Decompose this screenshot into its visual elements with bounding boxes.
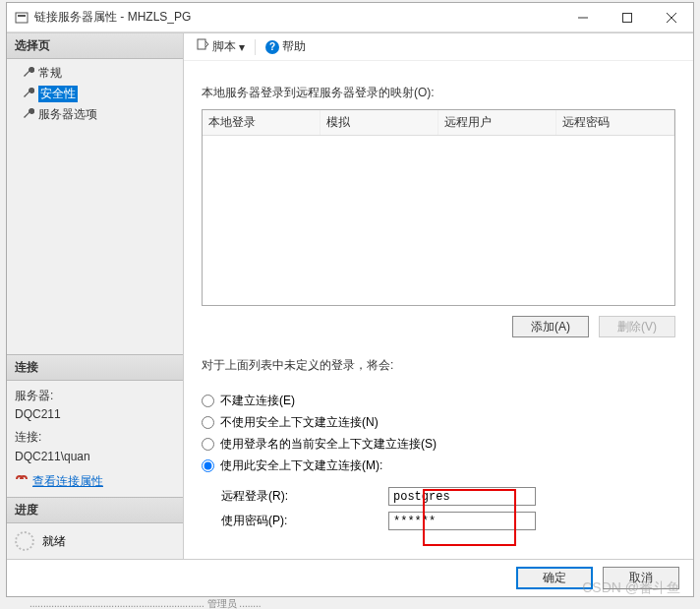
undefined-login-label: 对于上面列表中未定义的登录，将会: xyxy=(202,357,675,374)
toolbar: 脚本 ▾ ? 帮助 xyxy=(184,33,693,61)
view-connection-link[interactable]: 查看连接属性 xyxy=(32,472,103,491)
script-dropdown[interactable]: 脚本 ▾ xyxy=(192,36,249,57)
maximize-button[interactable] xyxy=(605,3,649,31)
connection-icon xyxy=(15,472,29,491)
connection-header: 连接 xyxy=(7,355,183,381)
radio-label: 使用登录名的当前安全上下文建立连接(S) xyxy=(220,436,437,453)
password-input[interactable] xyxy=(388,512,536,530)
view-connection-row: 查看连接属性 xyxy=(15,472,175,491)
dialog-footer: 确定 取消 xyxy=(7,559,693,596)
dialog-body: 选择页 常规 安全性 服务器选项 连接 服务器: xyxy=(7,32,693,559)
nav-item-server-options[interactable]: 服务器选项 xyxy=(7,104,183,125)
svg-rect-0 xyxy=(16,13,28,23)
help-button[interactable]: ? 帮助 xyxy=(262,36,310,57)
minimize-button[interactable] xyxy=(560,3,605,31)
titlebar: 链接服务器属性 - MHZLS_PG xyxy=(7,3,693,32)
chevron-down-icon: ▾ xyxy=(239,40,245,54)
nav-label: 常规 xyxy=(38,65,62,82)
svg-rect-6 xyxy=(198,39,205,49)
radio-input[interactable] xyxy=(202,416,214,429)
svg-rect-3 xyxy=(622,13,631,22)
login-mode-radios: 不建立连接(E) 不使用安全上下文建立连接(N) 使用登录名的当前安全上下文建立… xyxy=(202,388,675,479)
nav-list: 常规 安全性 服务器选项 xyxy=(7,59,183,129)
radio-input[interactable] xyxy=(202,395,214,407)
ok-button[interactable]: 确定 xyxy=(516,567,593,589)
col-local-login: 本地登录 xyxy=(203,110,321,135)
main-panel: 脚本 ▾ ? 帮助 本地服务器登录到远程服务器登录的映射(O): 本地登录 模拟… xyxy=(184,33,693,559)
password-label: 使用密码(P): xyxy=(221,513,388,529)
remote-login-input[interactable] xyxy=(388,487,536,506)
cancel-button[interactable]: 取消 xyxy=(603,567,679,589)
nav-item-security[interactable]: 安全性 xyxy=(7,84,183,104)
spinner-icon xyxy=(15,531,34,551)
remote-login-label: 远程登录(R): xyxy=(221,488,388,505)
server-label: 服务器: xyxy=(15,387,175,405)
radio-input[interactable] xyxy=(202,459,214,472)
nav-label: 安全性 xyxy=(38,86,78,102)
close-button[interactable] xyxy=(649,3,693,31)
cropped-text: ........................................… xyxy=(0,597,700,609)
mapping-label: 本地服务器登录到远程服务器登录的映射(O): xyxy=(202,85,675,101)
radio-this-security-context[interactable]: 使用此安全上下文建立连接(M): xyxy=(202,457,675,474)
connection-body: 服务器: DQC211 连接: DQC211\quan 查看连接属性 xyxy=(7,381,183,497)
progress-header: 进度 xyxy=(7,498,183,523)
radio-label: 使用此安全上下文建立连接(M): xyxy=(220,457,382,474)
script-icon xyxy=(196,38,209,55)
sidebar: 选择页 常规 安全性 服务器选项 连接 服务器: xyxy=(7,33,184,559)
progress-status: 就绪 xyxy=(42,533,66,550)
progress-body: 就绪 xyxy=(7,523,183,559)
window-title: 链接服务器属性 - MHZLS_PG xyxy=(34,9,560,26)
conn-value: DQC211\quan xyxy=(15,448,175,466)
radio-label: 不使用安全上下文建立连接(N) xyxy=(220,414,379,431)
radio-label: 不建立连接(E) xyxy=(220,393,295,409)
connection-section: 连接 服务器: DQC211 连接: DQC211\quan 查看连接属性 xyxy=(7,354,183,497)
col-impersonate: 模拟 xyxy=(321,110,438,135)
progress-section: 进度 就绪 xyxy=(7,497,183,559)
app-icon xyxy=(15,11,29,25)
script-label: 脚本 xyxy=(212,38,236,55)
toolbar-separator xyxy=(255,39,256,55)
wrench-icon xyxy=(23,87,34,101)
conn-label: 连接: xyxy=(15,428,175,447)
nav-item-general[interactable]: 常规 xyxy=(7,63,183,84)
table-button-row: 添加(A) 删除(V) xyxy=(202,316,675,337)
radio-input[interactable] xyxy=(202,438,214,451)
help-label: 帮助 xyxy=(282,38,306,55)
nav-label: 服务器选项 xyxy=(38,106,97,123)
radio-no-connection[interactable]: 不建立连接(E) xyxy=(202,393,675,409)
server-value: DQC211 xyxy=(15,405,175,424)
help-icon: ? xyxy=(265,40,279,54)
remove-button[interactable]: 删除(V) xyxy=(599,316,675,337)
table-header: 本地登录 模拟 远程用户 远程密码 xyxy=(203,110,674,136)
col-remote-password: 远程密码 xyxy=(556,110,674,135)
content-area: 本地服务器登录到远程服务器登录的映射(O): 本地登录 模拟 远程用户 远程密码… xyxy=(184,61,693,559)
window-controls xyxy=(560,3,693,31)
dialog-window: 链接服务器属性 - MHZLS_PG 选择页 常规 安全性 服 xyxy=(6,2,694,597)
wrench-icon xyxy=(23,66,34,81)
radio-no-security-context[interactable]: 不使用安全上下文建立连接(N) xyxy=(202,414,675,431)
mapping-table[interactable]: 本地登录 模拟 远程用户 远程密码 xyxy=(202,109,675,306)
svg-rect-1 xyxy=(18,15,26,17)
col-remote-user: 远程用户 xyxy=(438,110,556,135)
add-button[interactable]: 添加(A) xyxy=(512,316,589,337)
radio-current-security-context[interactable]: 使用登录名的当前安全上下文建立连接(S) xyxy=(202,436,675,453)
sidebar-spacer xyxy=(7,129,183,354)
credentials-grid: 远程登录(R): 使用密码(P): xyxy=(221,487,675,530)
wrench-icon xyxy=(23,107,34,122)
select-page-header: 选择页 xyxy=(7,33,183,59)
